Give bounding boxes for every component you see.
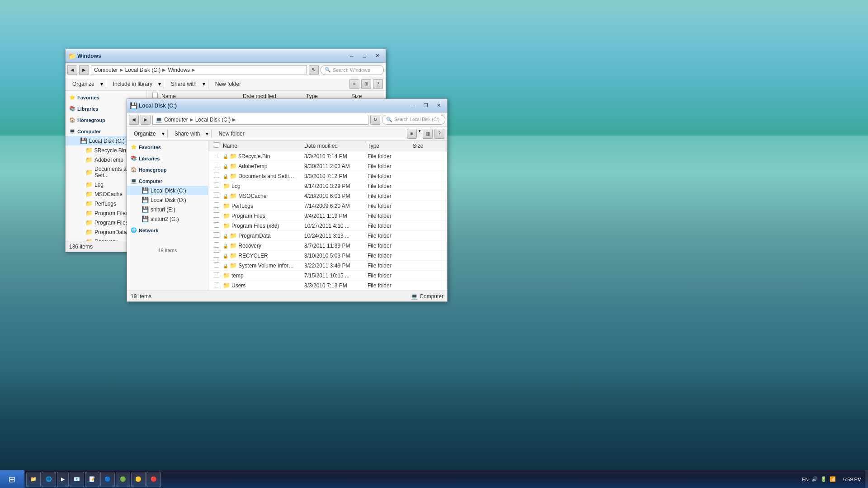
view-toggle-grid[interactable]: ⊞	[361, 79, 371, 89]
minimize-button-2[interactable]: ─	[407, 101, 419, 110]
favorites-header-2[interactable]: ⭐ Favorites	[127, 142, 208, 152]
checkbox-9[interactable]	[214, 242, 219, 248]
taskbar-item-misc2[interactable]: 🟢	[116, 472, 130, 487]
share-with-button-2[interactable]: Share with	[170, 128, 204, 139]
close-button[interactable]: ✕	[371, 52, 383, 61]
refresh-button[interactable]: ↻	[309, 65, 319, 75]
restore-button-2[interactable]: ❐	[420, 101, 432, 110]
path-windows[interactable]: Windows	[168, 67, 190, 73]
show-desktop-button[interactable]	[865, 470, 868, 488]
search-box-windows[interactable]: 🔍 Search Windows	[321, 65, 384, 75]
row-check-3[interactable]	[210, 183, 219, 189]
forward-button[interactable]: ▶	[79, 65, 89, 75]
tray-battery[interactable]: 🔋	[821, 476, 827, 482]
maximize-button[interactable]: □	[359, 52, 370, 61]
file-row[interactable]: 🔒 📁Recovery 8/7/2011 11:39 PM File folde…	[208, 241, 447, 251]
file-row[interactable]: 🔒 📁$Recycle.Bin 3/3/2010 7:14 PM File fo…	[208, 151, 447, 161]
row-check-10[interactable]	[210, 252, 219, 259]
checkbox-2[interactable]	[214, 173, 219, 178]
computer-header-2[interactable]: 💻 Computer	[127, 176, 208, 186]
checkbox-all[interactable]	[152, 93, 158, 98]
new-folder-button[interactable]: New folder	[211, 79, 245, 89]
taskbar-item-misc1[interactable]: 🔵	[100, 472, 115, 487]
titlebar-windows[interactable]: 📁 Windows ─ □ ✕	[66, 49, 386, 63]
file-row[interactable]: 📁temp 7/15/2011 10:15 ... File folder	[208, 271, 447, 281]
checkbox-all-2[interactable]	[214, 142, 219, 148]
row-check-5[interactable]	[210, 202, 219, 209]
row-check-6[interactable]	[210, 212, 219, 219]
refresh-button-2[interactable]: ↻	[370, 115, 380, 125]
file-row[interactable]: 🔒 📁ProgramData 10/24/2011 3:13 ... File …	[208, 231, 447, 241]
header-date-2[interactable]: Date modified	[301, 143, 364, 149]
path2-computer[interactable]: Computer	[164, 117, 188, 123]
nav-local-disk-d[interactable]: 💾 Local Disk (D:)	[127, 195, 208, 205]
taskbar-item-explorer[interactable]: 📁	[26, 472, 41, 487]
taskbar-item-docs[interactable]: 📝	[85, 472, 99, 487]
network-header[interactable]: 🌐 Network	[127, 225, 208, 235]
header-check-2[interactable]	[210, 142, 219, 149]
file-row[interactable]: 📁Log 9/14/2010 3:29 PM File folder	[208, 181, 447, 191]
forward-button-2[interactable]: ▶	[141, 115, 151, 125]
file-row[interactable]: 🔒 📁System Volume Information 3/22/2011 3…	[208, 261, 447, 271]
row-check-9[interactable]	[210, 242, 219, 249]
checkbox-11[interactable]	[214, 262, 219, 267]
file-row[interactable]: 🔒 📁MSOCache 4/28/2010 6:03 PM File folde…	[208, 191, 447, 201]
row-check-11[interactable]	[210, 262, 219, 269]
header-type-2[interactable]: Type	[364, 143, 409, 149]
organize-button-2[interactable]: Organize	[130, 128, 160, 139]
checkbox-10[interactable]	[214, 252, 219, 258]
row-check-8[interactable]	[210, 232, 219, 239]
help-button[interactable]: ?	[373, 79, 383, 89]
minimize-button[interactable]: ─	[346, 52, 358, 61]
share-with-button[interactable]: Share with	[167, 79, 201, 89]
taskbar-item-ie[interactable]: 🌐	[42, 472, 56, 487]
back-button-2[interactable]: ◀	[129, 115, 139, 125]
file-row[interactable]: 📁Program Files 9/4/2011 1:19 PM File fol…	[208, 211, 447, 221]
checkbox-7[interactable]	[214, 222, 219, 228]
taskbar-item-media[interactable]: ▶	[57, 472, 69, 487]
checkbox-0[interactable]	[214, 153, 219, 158]
taskbar-item-misc3[interactable]: 🟡	[131, 472, 146, 487]
titlebar-local-disk[interactable]: 💾 Local Disk (C:) ─ ❐ ✕	[127, 99, 447, 113]
checkbox-13[interactable]	[214, 282, 219, 287]
file-row[interactable]: 🔒 📁RECYCLER 3/10/2010 5:03 PM File folde…	[208, 251, 447, 261]
address-path-2[interactable]: 💻 Computer ▶ Local Disk (C:) ▶	[152, 115, 368, 125]
tray-volume[interactable]: 🔊	[811, 476, 818, 482]
checkbox-3[interactable]	[214, 183, 219, 188]
header-size-2[interactable]: Size	[409, 143, 445, 149]
tray-network[interactable]: 📶	[830, 476, 836, 482]
help-button-2[interactable]: ?	[434, 129, 444, 139]
homegroup-header-2[interactable]: 🏠 Homegroup	[127, 165, 208, 174]
row-check-12[interactable]	[210, 272, 219, 279]
nav-shituri2-g[interactable]: 💾 shituri2 (G:)	[127, 214, 208, 224]
view-split-2[interactable]: ▥	[423, 129, 433, 139]
nav-local-disk-c-2[interactable]: 💾 Local Disk (C:)	[127, 186, 208, 195]
row-check-13[interactable]	[210, 282, 219, 289]
file-row[interactable]: 📁PerfLogs 7/14/2009 6:20 AM File folder	[208, 201, 447, 211]
view-list-2[interactable]: ≡	[407, 129, 417, 139]
new-folder-button-2[interactable]: New folder	[214, 128, 248, 139]
file-row[interactable]: 📁Program Files (x86) 10/27/2011 4:10 ...…	[208, 221, 447, 231]
start-button[interactable]: ⊞	[0, 470, 24, 488]
include-in-library-button[interactable]: Include in library	[109, 79, 156, 89]
path-computer[interactable]: Computer	[94, 67, 118, 73]
row-check-7[interactable]	[210, 222, 219, 229]
file-row[interactable]: 🔒 📁AdobeTemp 9/30/2011 2:03 AM File fold…	[208, 161, 447, 171]
nav-shituri-e[interactable]: 💾 shituri (E:)	[127, 205, 208, 214]
taskbar-clock[interactable]: 6:59 PM	[840, 477, 865, 482]
header-name-2[interactable]: Name	[219, 143, 301, 149]
search-box-local-disk[interactable]: 🔍 Search Local Disk (C:)	[382, 115, 445, 125]
taskbar-item-misc4[interactable]: 🔴	[146, 472, 161, 487]
row-check-1[interactable]	[210, 163, 219, 169]
row-check-0[interactable]	[210, 153, 219, 160]
path-local-disk[interactable]: Local Disk (C:)	[125, 67, 161, 73]
address-path[interactable]: Computer ▶ Local Disk (C:) ▶ Windows ▶	[91, 65, 307, 75]
file-row[interactable]: 📁Users 3/3/2010 7:13 PM File folder	[208, 281, 447, 291]
file-row[interactable]: 🔒 📁Documents and Settings 3/3/2010 7:12 …	[208, 171, 447, 181]
checkbox-12[interactable]	[214, 272, 219, 277]
checkbox-4[interactable]	[214, 192, 219, 198]
checkbox-1[interactable]	[214, 163, 219, 168]
organize-button[interactable]: Organize	[68, 79, 99, 89]
checkbox-5[interactable]	[214, 202, 219, 208]
row-check-4[interactable]	[210, 192, 219, 199]
